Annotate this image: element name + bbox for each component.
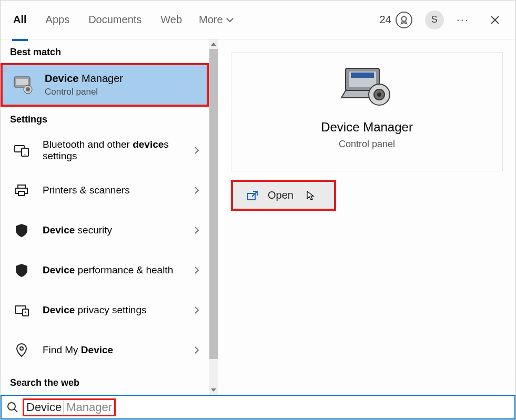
settings-item-find-my-device[interactable]: Find My Device xyxy=(1,330,209,370)
shield-icon xyxy=(10,259,33,282)
open-icon xyxy=(247,190,258,201)
search-web-heading: Search the web xyxy=(1,370,209,394)
settings-item-bluetooth[interactable]: Bluetooth and other devices settings xyxy=(1,130,209,170)
results-scrollbar[interactable] xyxy=(209,39,218,395)
printer-icon xyxy=(10,179,33,202)
chevron-right-icon xyxy=(194,306,199,314)
more-options-button[interactable]: ··· xyxy=(457,13,469,27)
results-column: Best match Device Manager Control panel … xyxy=(1,39,218,395)
search-icon xyxy=(7,402,18,413)
chevron-right-icon xyxy=(194,266,199,274)
chevron-right-icon xyxy=(194,226,199,234)
device-manager-icon xyxy=(12,74,35,97)
svg-point-0 xyxy=(401,16,406,21)
preview-title: Device Manager xyxy=(321,120,413,135)
settings-item-device-security[interactable]: Device security xyxy=(1,210,209,250)
shield-icon xyxy=(10,219,33,242)
search-suggestion-text: Manager xyxy=(66,401,112,414)
settings-item-label: Bluetooth and other devices settings xyxy=(43,139,185,162)
body: Best match Device Manager Control panel … xyxy=(1,39,515,395)
settings-item-device-privacy[interactable]: Device privacy settings xyxy=(1,290,209,330)
best-match-text: Device Manager Control panel xyxy=(45,73,123,97)
rewards-button[interactable]: 24 xyxy=(379,12,412,28)
search-input[interactable]: Device Manager xyxy=(23,398,116,416)
results-list: Best match Device Manager Control panel … xyxy=(1,39,209,395)
top-bar: All Apps Documents Web More 24 S ··· xyxy=(1,1,515,39)
scroll-thumb[interactable] xyxy=(209,49,218,359)
open-label: Open xyxy=(268,189,294,201)
search-typed-text: Device xyxy=(26,401,62,414)
medal-icon xyxy=(396,12,412,28)
scroll-up-icon[interactable] xyxy=(209,39,218,49)
chevron-right-icon xyxy=(194,346,199,354)
chevron-right-icon xyxy=(194,146,199,155)
preview-pane: Device Manager Control panel Open xyxy=(218,39,515,395)
search-window: All Apps Documents Web More 24 S ··· xyxy=(0,0,516,420)
settings-item-printers[interactable]: Printers & scanners xyxy=(1,170,209,210)
svg-line-23 xyxy=(14,409,17,412)
svg-point-14 xyxy=(20,347,23,350)
svg-rect-17 xyxy=(351,73,374,78)
preview-card: Device Manager Control panel xyxy=(231,52,503,171)
best-match-title: Device Manager xyxy=(45,73,123,85)
best-match-subtitle: Control panel xyxy=(45,87,123,97)
settings-heading: Settings xyxy=(1,107,209,130)
chevron-right-icon xyxy=(194,186,199,194)
tab-all[interactable]: All xyxy=(11,11,29,29)
tab-more-label: More xyxy=(199,14,223,26)
settings-item-label: Device performance & health xyxy=(43,264,185,276)
location-icon xyxy=(10,339,33,362)
rewards-points: 24 xyxy=(379,14,391,26)
privacy-icon xyxy=(10,299,33,322)
open-action[interactable]: Open xyxy=(231,180,336,211)
settings-item-label: Device privacy settings xyxy=(43,304,185,316)
chevron-down-icon xyxy=(226,17,234,23)
cursor-icon xyxy=(306,190,315,201)
svg-point-20 xyxy=(377,93,381,97)
tab-apps[interactable]: Apps xyxy=(44,11,72,29)
tab-more[interactable]: More xyxy=(199,14,234,26)
scroll-down-icon[interactable] xyxy=(209,385,218,395)
best-match-item[interactable]: Device Manager Control panel xyxy=(1,63,209,107)
device-manager-large-icon xyxy=(338,63,396,110)
settings-item-label: Printers & scanners xyxy=(43,185,185,196)
text-caret xyxy=(64,401,64,414)
filter-tabs: All Apps Documents Web More xyxy=(11,11,234,29)
svg-rect-2 xyxy=(16,79,28,85)
best-match-heading: Best match xyxy=(1,39,209,63)
tab-web[interactable]: Web xyxy=(158,11,184,29)
account-avatar[interactable]: S xyxy=(425,11,444,29)
close-icon xyxy=(490,15,500,25)
svg-point-22 xyxy=(8,403,15,410)
avatar-initial: S xyxy=(431,14,438,25)
tab-documents[interactable]: Documents xyxy=(86,11,144,29)
settings-item-label: Device security xyxy=(43,224,185,236)
settings-item-device-performance[interactable]: Device performance & health xyxy=(1,250,209,290)
svg-rect-10 xyxy=(18,191,25,196)
svg-point-4 xyxy=(26,87,30,91)
search-bar[interactable]: Device Manager xyxy=(1,395,515,419)
devices-icon xyxy=(10,139,33,162)
svg-point-7 xyxy=(25,154,26,155)
close-button[interactable] xyxy=(485,13,505,27)
settings-item-label: Find My Device xyxy=(43,344,185,356)
svg-point-13 xyxy=(25,312,26,313)
preview-subtitle: Control panel xyxy=(339,139,395,150)
